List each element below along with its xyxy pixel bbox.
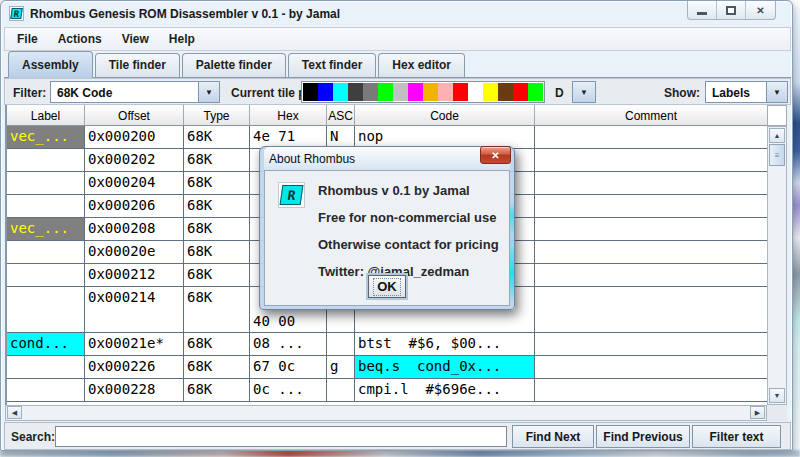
cell-code[interactable]: btst #$6, $00... <box>355 333 535 355</box>
palette-swatch[interactable] <box>498 83 513 101</box>
cell-type[interactable]: 68K <box>184 218 250 240</box>
scroll-down-button[interactable]: ▼ <box>769 388 785 403</box>
cell-type[interactable]: 68K <box>184 356 250 378</box>
cell-type[interactable]: 68K <box>184 241 250 263</box>
minimize-button[interactable] <box>688 1 717 19</box>
menu-view[interactable]: View <box>112 29 159 49</box>
column-header-hex[interactable]: Hex <box>250 105 327 125</box>
cell-offset[interactable]: 0x000204 <box>85 172 184 194</box>
cell-offset[interactable]: 0x000202 <box>85 149 184 171</box>
palette-swatch[interactable] <box>333 83 348 101</box>
cell-label[interactable]: cond... <box>7 333 85 355</box>
cell-comment[interactable] <box>535 379 767 401</box>
palette-swatch[interactable] <box>513 83 528 101</box>
palette-swatch[interactable] <box>468 83 483 101</box>
palette-swatch[interactable] <box>528 83 543 101</box>
cell-label[interactable] <box>7 264 85 286</box>
vertical-scrollbar[interactable]: ▲ ≡ ▼ <box>767 126 787 405</box>
cell-hex[interactable]: 4e 71 <box>250 126 327 148</box>
cell-label[interactable] <box>7 172 85 194</box>
cell-label[interactable]: vec_... <box>7 126 85 148</box>
palette-swatch[interactable] <box>318 83 333 101</box>
cell-asc[interactable] <box>327 333 355 355</box>
tab-assembly[interactable]: Assembly <box>8 51 93 78</box>
cell-hex[interactable]: 08 ... <box>250 333 327 355</box>
cell-comment[interactable] <box>535 149 767 171</box>
column-header-label[interactable]: Label <box>7 105 85 125</box>
palette-swatch[interactable] <box>363 83 378 101</box>
menu-actions[interactable]: Actions <box>48 29 112 49</box>
tab-tile-finder[interactable]: Tile finder <box>95 53 180 77</box>
chevron-down-icon[interactable]: ▼ <box>198 82 219 102</box>
cell-comment[interactable] <box>535 218 767 240</box>
cell-offset[interactable]: 0x00021e* <box>85 333 184 355</box>
palette-swatch[interactable] <box>303 83 318 101</box>
cell-type[interactable]: 68K <box>184 149 250 171</box>
cell-label[interactable] <box>7 195 85 217</box>
cell-comment[interactable] <box>535 333 767 355</box>
title-bar[interactable]: R Rhombus Genesis ROM Disassembler v 0.1… <box>1 1 792 27</box>
tab-hex-editor[interactable]: Hex editor <box>378 53 465 77</box>
scroll-left-button[interactable]: ◀ <box>7 406 22 419</box>
cell-type[interactable]: 68K <box>184 126 250 148</box>
cell-type[interactable]: 68K <box>184 172 250 194</box>
cell-comment[interactable] <box>535 195 767 217</box>
dialog-close-button[interactable]: ✕ <box>480 146 511 164</box>
cell-label[interactable]: vec_... <box>7 218 85 240</box>
tab-palette-finder[interactable]: Palette finder <box>182 53 286 77</box>
cell-offset[interactable]: 0x000208 <box>85 218 184 240</box>
palette-swatch[interactable] <box>393 83 408 101</box>
cell-offset[interactable]: 0x000226 <box>85 356 184 378</box>
scroll-up-button[interactable]: ▲ <box>769 128 785 143</box>
palette-swatch[interactable] <box>438 83 453 101</box>
menu-file[interactable]: File <box>7 29 48 49</box>
cell-comment[interactable] <box>535 356 767 378</box>
filter-text-button[interactable]: Filter text <box>692 425 781 448</box>
cell-offset[interactable]: 0x000212 <box>85 264 184 286</box>
column-header-code[interactable]: Code <box>355 105 535 125</box>
table-row[interactable]: 0x00022868K0c ...cmpi.l #$696e... <box>7 379 767 402</box>
palette-swatch[interactable] <box>423 83 438 101</box>
palette-swatch[interactable] <box>408 83 423 101</box>
column-header-type[interactable]: Type <box>184 105 250 125</box>
cell-asc[interactable]: N <box>327 126 355 148</box>
palette-swatch[interactable] <box>483 83 498 101</box>
cell-label[interactable] <box>7 241 85 263</box>
cell-code[interactable]: cmpi.l #$696e... <box>355 379 535 401</box>
vertical-scrollbar-thumb[interactable]: ≡ <box>769 144 785 166</box>
find-previous-button[interactable]: Find Previous <box>596 425 690 448</box>
column-header-asc[interactable]: ASC <box>327 105 355 125</box>
filter-combobox[interactable]: 68K Code ▼ <box>50 81 220 103</box>
close-button[interactable]: ✕ <box>746 1 775 19</box>
palette-swatch[interactable] <box>378 83 393 101</box>
cell-comment[interactable] <box>535 172 767 194</box>
cell-hex[interactable]: 67 0c <box>250 356 327 378</box>
cell-type[interactable]: 68K <box>184 379 250 401</box>
show-combobox[interactable]: Labels ▼ <box>705 81 788 103</box>
dialog-title-bar[interactable]: About Rhombus ✕ <box>264 147 510 170</box>
search-input[interactable] <box>55 426 507 447</box>
find-next-button[interactable]: Find Next <box>512 425 594 448</box>
column-header-offset[interactable]: Offset <box>85 105 184 125</box>
cell-code[interactable]: nop <box>355 126 535 148</box>
cell-type[interactable]: 68K <box>184 195 250 217</box>
menu-help[interactable]: Help <box>159 29 205 49</box>
cell-offset[interactable]: 0x000214 <box>85 287 184 332</box>
palette-swatch[interactable] <box>453 83 468 101</box>
cell-asc[interactable]: g <box>327 356 355 378</box>
cell-label[interactable] <box>7 287 85 332</box>
palette-dropdown-button[interactable]: ▼ <box>572 81 596 103</box>
cell-label[interactable] <box>7 379 85 401</box>
table-row[interactable]: 0x00022668K67 0cgbeq.s cond_0x... <box>7 356 767 379</box>
chevron-down-icon[interactable]: ▼ <box>766 82 787 102</box>
scroll-right-button[interactable]: ▶ <box>750 406 765 419</box>
cell-comment[interactable] <box>535 287 767 332</box>
ok-button[interactable]: OK <box>368 275 406 298</box>
cell-offset[interactable]: 0x000228 <box>85 379 184 401</box>
cell-label[interactable] <box>7 149 85 171</box>
cell-code[interactable]: beq.s cond_0x... <box>355 356 535 378</box>
cell-offset[interactable]: 0x000200 <box>85 126 184 148</box>
cell-label[interactable] <box>7 356 85 378</box>
table-row[interactable]: cond...0x00021e*68K08 ...btst #$6, $00..… <box>7 333 767 356</box>
horizontal-scrollbar[interactable]: ◀ ▶ <box>5 405 767 421</box>
